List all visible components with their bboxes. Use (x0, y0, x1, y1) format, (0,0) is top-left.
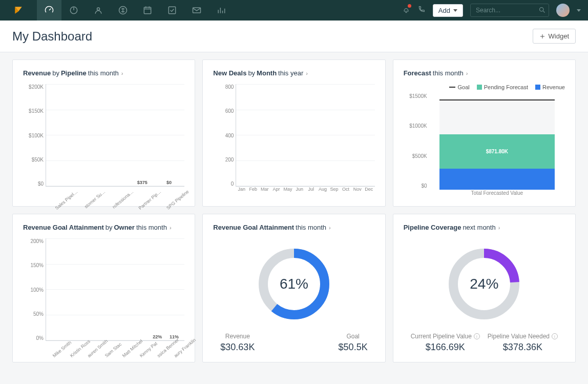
card-title[interactable]: Forecast this month › (404, 69, 565, 77)
dashboard-grid: Revenue by Pipeline this month › $200K$1… (0, 52, 588, 370)
kpi-label: Current Pipeline Valuei (411, 333, 480, 340)
svg-point-6 (540, 8, 544, 12)
search-wrap (470, 4, 549, 17)
chevron-right-icon: › (466, 70, 468, 76)
card-rga: Revenue Goal Attainment this month › 61%… (202, 214, 385, 362)
dashboard-icon[interactable] (37, 0, 61, 21)
notification-dot (408, 4, 411, 8)
phone-icon[interactable] (417, 5, 426, 15)
add-button-label: Add (438, 7, 450, 14)
chart-revenue-pipeline: $200K$150K$100K$50K$0$178.40K$135.90K$28… (23, 84, 184, 197)
card-title[interactable]: Revenue Goal Attainment by Owner this mo… (23, 224, 184, 231)
add-button[interactable]: Add (433, 4, 463, 17)
chart-rga-owner: 200%150%100%50%0%114%99%81%52%42%35%22%1… (23, 238, 184, 351)
card-new-deals: New Deals by Month this year › 800600400… (202, 59, 385, 207)
chevron-right-icon: › (306, 70, 308, 76)
card-title[interactable]: Revenue by Pipeline this month › (23, 69, 184, 77)
page-header: My Dashboard Widget (0, 21, 588, 52)
kpi-label: Goal (339, 333, 368, 340)
svg-rect-3 (144, 7, 151, 14)
notifications-icon[interactable] (402, 5, 410, 15)
kpi-value: $378.36K (488, 342, 558, 353)
kpi-label: Revenue (220, 333, 255, 340)
chevron-right-icon: › (329, 225, 331, 231)
reports-icon[interactable] (209, 0, 234, 21)
logo[interactable] (0, 0, 37, 21)
card-title[interactable]: Pipeline Coverage next month › (404, 224, 565, 231)
info-icon[interactable]: i (474, 333, 480, 339)
donut-rga: 61% (256, 246, 332, 322)
chevron-right-icon: › (170, 225, 172, 231)
mail-icon[interactable] (184, 0, 209, 21)
kpi-value: $166.69K (411, 342, 480, 353)
card-forecast: Forecast this month › Goal Pending Forec… (393, 59, 576, 207)
caret-down-icon (453, 9, 457, 12)
chevron-right-icon: › (498, 225, 500, 231)
contacts-icon[interactable] (86, 0, 111, 21)
forecast-legend: Goal Pending Forecast Revenue (404, 84, 565, 90)
card-revenue-pipeline: Revenue by Pipeline this month › $200K$1… (12, 59, 195, 207)
card-rga-owner: Revenue Goal Attainment by Owner this mo… (12, 214, 195, 362)
svg-rect-4 (169, 7, 175, 13)
card-title[interactable]: New Deals by Month this year › (213, 69, 374, 77)
calendar-icon[interactable] (135, 0, 160, 21)
nav-right: Add (402, 4, 588, 17)
donut-coverage: 24% (446, 246, 522, 322)
add-widget-label: Widget (549, 32, 569, 40)
add-widget-button[interactable]: Widget (533, 29, 576, 44)
top-nav: Add (0, 0, 588, 21)
nav-icons (37, 0, 234, 21)
chart-forecast: $1500K$1000K$500K$0$871.80KTotal Forecas… (429, 93, 565, 196)
chart-new-deals: 8006004002000509356656306276266286302280… (213, 84, 374, 197)
svg-point-1 (97, 8, 100, 10)
kpi-label: Pipeline Value Neededi (488, 333, 558, 340)
info-icon[interactable]: i (552, 333, 558, 339)
donut-pct: 24% (446, 246, 522, 322)
user-menu-caret-icon[interactable] (577, 9, 581, 12)
tasks-icon[interactable] (160, 0, 184, 21)
kpi-value: $30.63K (220, 342, 255, 353)
money-icon[interactable] (111, 0, 135, 21)
card-title[interactable]: Revenue Goal Attainment this month › (213, 224, 374, 231)
page-title: My Dashboard (12, 29, 92, 44)
avatar[interactable] (556, 4, 570, 17)
search-input[interactable] (470, 4, 549, 17)
chevron-right-icon: › (121, 70, 123, 76)
donut-pct: 61% (256, 246, 332, 322)
plus-icon (539, 33, 545, 39)
card-coverage: Pipeline Coverage next month › 24% Curre… (393, 214, 576, 362)
kpi-value: $50.5K (339, 342, 368, 353)
power-icon[interactable] (61, 0, 86, 21)
search-icon (538, 6, 546, 14)
